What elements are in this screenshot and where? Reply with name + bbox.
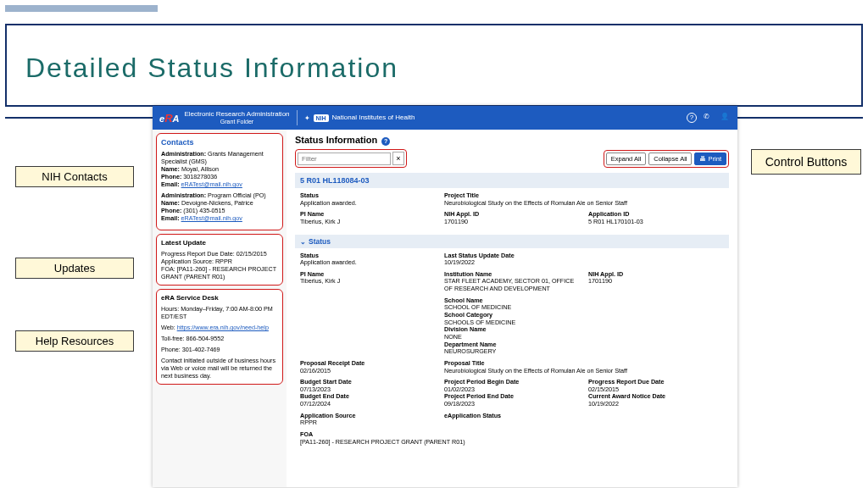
callout-updates: Updates xyxy=(15,258,134,279)
slide-accent-bar xyxy=(5,5,158,12)
header-divider xyxy=(297,110,298,125)
callout-control-buttons: Control Buttons xyxy=(751,149,861,175)
era-logo: eRA xyxy=(159,112,179,125)
filter-input[interactable] xyxy=(298,152,391,165)
collapse-all-button[interactable]: Collapse All xyxy=(648,152,692,165)
gms-email-link[interactable]: eRATest@mail.nih.gov xyxy=(181,180,242,188)
print-button[interactable]: 🖶 Print xyxy=(694,152,726,165)
summary-fields: StatusApplication awarded. Project Title… xyxy=(295,188,729,233)
grant-id-header: 5 R01 HL118084-03 xyxy=(295,173,729,188)
chevron-down-icon: ⌄ xyxy=(300,238,306,246)
contact-gms: Administration: Grants Management Specia… xyxy=(161,150,278,188)
expand-all-button[interactable]: Expand All xyxy=(606,152,646,165)
app-name-block: Electronic Research Administration Grant… xyxy=(184,111,289,125)
help-web-link[interactable]: https://www.era.nih.gov/need-help xyxy=(177,324,269,331)
help-icon[interactable]: ? xyxy=(687,113,697,123)
filter-group: × xyxy=(295,149,407,168)
info-icon[interactable]: ? xyxy=(381,137,390,146)
control-buttons-group: Expand All Collapse All 🖶 Print xyxy=(604,150,729,168)
hhs-icon: ✦ xyxy=(304,114,310,122)
app-window: eRA Electronic Research Administration G… xyxy=(153,106,737,487)
app-subtitle: Grant Folder xyxy=(184,119,289,125)
contact-po: Administration: Program Official (PO) Na… xyxy=(161,191,278,222)
callout-help: Help Resources xyxy=(15,330,134,352)
update-heading: Latest Update xyxy=(161,239,278,247)
nih-badge: NIH xyxy=(314,114,329,122)
status-detail-fields: StatusApplication awarded. Last Status U… xyxy=(295,248,729,453)
contacts-panel: Contacts Administration: Grants Manageme… xyxy=(156,133,283,230)
po-email-link[interactable]: eRATest@mail.nih.gov xyxy=(181,214,242,222)
page-title: Status Information ? xyxy=(295,135,729,146)
app-name: Electronic Research Administration xyxy=(184,111,289,118)
slide-title: Detailed Status Information xyxy=(25,53,398,84)
callout-nih-contacts: NIH Contacts xyxy=(15,166,134,187)
phone-icon[interactable]: ✆ xyxy=(704,113,714,123)
sidebar: Contacts Administration: Grants Manageme… xyxy=(153,130,287,487)
app-header-bar: eRA Electronic Research Administration G… xyxy=(153,106,737,130)
filter-clear-button[interactable]: × xyxy=(392,152,404,165)
main-content: Status Information ? × Expand All Collap… xyxy=(287,130,737,487)
service-desk-panel: eRA Service Desk Hours: Monday–Friday, 7… xyxy=(156,289,283,385)
latest-update-panel: Latest Update Progress Report Due Date: … xyxy=(156,234,283,286)
nih-text: National Institutes of Health xyxy=(332,114,415,121)
status-accordion-header[interactable]: ⌄Status xyxy=(295,235,729,248)
contacts-title: Contacts xyxy=(161,138,278,147)
help-heading: eRA Service Desk xyxy=(161,294,278,302)
user-icon[interactable]: 👤 xyxy=(721,113,731,123)
